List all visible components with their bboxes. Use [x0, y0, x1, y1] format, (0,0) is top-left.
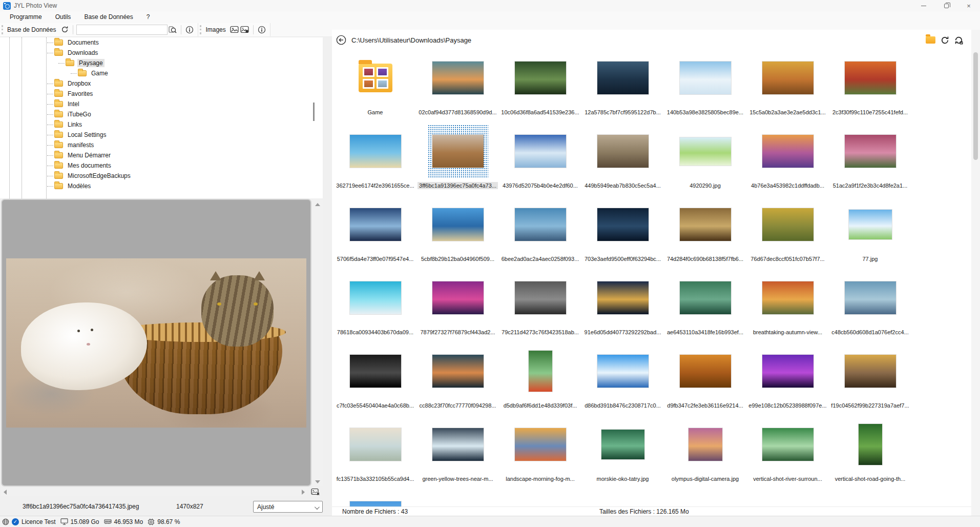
thumbnail-grid: Game02c0af94d377d81368590d9d...10c06d36f… — [334, 51, 913, 506]
tree-item-links[interactable]: Links — [0, 119, 323, 130]
preview-photo-cats-in-basket[interactable] — [6, 258, 306, 428]
database-info-button[interactable] — [184, 25, 195, 35]
file-cell[interactable]: 362719ee6174f2e3961655ce... — [334, 125, 416, 198]
menu-help[interactable]: ? — [141, 12, 156, 22]
file-cell[interactable]: 7879f27327f76879cf443ad2... — [416, 271, 499, 344]
file-cell[interactable]: 6bee2ad0ac2a4aec0258f093... — [499, 198, 581, 271]
file-cell[interactable]: 5cbf8b29b12ba0d4960f509... — [416, 198, 499, 271]
tree-scrollbar[interactable] — [313, 103, 315, 121]
tree-item-paysage[interactable]: Paysage — [0, 58, 323, 68]
file-cell[interactable]: 3ff6bc1a91396ec75a0fc4a73... — [416, 125, 499, 198]
folder-icon — [54, 163, 63, 169]
zoom-mode-select[interactable]: Ajusté — [253, 501, 323, 513]
tree-item-menu-d-marrer[interactable]: Menu Démarrer — [0, 150, 323, 160]
tree-item-microsoftedgebackups[interactable]: MicrosoftEdgeBackups — [0, 171, 323, 181]
file-cell[interactable]: 449b5949eab7b830c5ec5a4... — [581, 125, 664, 198]
image-thumbnail — [680, 137, 731, 166]
file-cell[interactable]: morskie-oko-tatry.jpg — [581, 418, 664, 491]
tree-item-favorites[interactable]: Favorites — [0, 89, 323, 99]
file-cell[interactable] — [334, 491, 416, 506]
file-cell[interactable]: 2c3f30f99c110e7255c41fefd... — [829, 51, 911, 125]
folder-icon — [54, 91, 63, 97]
file-cell[interactable]: landscape-morning-fog-m... — [499, 418, 581, 491]
tree-item-manifests[interactable]: manifests — [0, 140, 323, 150]
file-cell[interactable]: c7fc03e55450404ae4a0c68b... — [334, 344, 416, 418]
file-cell[interactable]: 140b53a98e3825805bec89e... — [664, 51, 746, 125]
file-cell[interactable]: 74d284f0c690b68138f5f7fb6... — [664, 198, 746, 271]
file-cell[interactable]: c48cb560d608d1a076ef2cc4... — [829, 271, 911, 344]
file-cell[interactable]: 79c211d4273c76f3423518ab... — [499, 271, 581, 344]
tree-item-mod-les[interactable]: Modèles — [0, 181, 323, 191]
file-cell[interactable]: breathtaking-autumn-view... — [746, 271, 829, 344]
preview-vertical-scrollbar[interactable] — [312, 200, 323, 487]
toolbar-grip[interactable] — [200, 25, 202, 34]
refresh-button[interactable] — [941, 36, 949, 45]
file-cell[interactable]: 12a5785c7bf7cf9595122d7b... — [581, 51, 664, 125]
file-cell[interactable]: 77.jpg — [829, 198, 911, 271]
tree-item-local-settings[interactable]: Local Settings — [0, 130, 323, 140]
file-cell[interactable]: 4920290.jpg — [664, 125, 746, 198]
preview-horizontal-scrollbar[interactable] — [1, 488, 307, 496]
tree-item-documents[interactable]: Documents — [0, 37, 323, 48]
close-button[interactable]: × — [957, 0, 980, 11]
folder-icon — [54, 111, 63, 117]
tree-item-itubego[interactable]: iTubeGo — [0, 109, 323, 119]
browser-vertical-scrollbar[interactable] — [971, 30, 980, 516]
images-info-button[interactable] — [257, 25, 267, 35]
close-preview-button[interactable] — [309, 487, 321, 497]
image-single-button[interactable] — [230, 25, 240, 35]
menu-programme[interactable]: Programme — [4, 12, 48, 22]
folder-cell-game[interactable]: Game — [334, 51, 416, 125]
menu-outils[interactable]: Outils — [50, 12, 77, 22]
maximize-button[interactable] — [935, 0, 957, 11]
image-thumbnail — [597, 355, 649, 388]
file-cell[interactable]: 703e3aefd9500eff0f63294bc... — [581, 198, 664, 271]
browser-scrollbar-thumb[interactable] — [973, 52, 978, 160]
scroll-down-arrow[interactable] — [315, 480, 320, 483]
file-cell[interactable]: d86bd391b8476c2308717c0... — [581, 344, 664, 418]
database-search-input[interactable] — [76, 25, 168, 35]
tree-item-mes-documents[interactable]: Mes documents — [0, 160, 323, 171]
scroll-up-arrow[interactable] — [315, 203, 320, 206]
search-icon[interactable] — [168, 25, 178, 35]
file-cell[interactable]: 91e6d05dd40773292292bad... — [581, 271, 664, 344]
tree-item-intel[interactable]: Intel — [0, 99, 323, 109]
folder-icon — [54, 183, 63, 189]
tree-item-game[interactable]: Game — [0, 68, 323, 78]
file-cell[interactable]: vertical-shot-road-going-th... — [829, 418, 911, 491]
file-cell[interactable]: 5706f5da4e73ff0e07f9547e4... — [334, 198, 416, 271]
file-cell[interactable]: 15c5a0b2a3ae3e2ae5dd3c1... — [746, 51, 829, 125]
tree-item-downloads[interactable]: Downloads — [0, 48, 323, 58]
file-name: ae6453110a3418fe16b993ef... — [665, 329, 745, 336]
minimize-button[interactable] — [912, 0, 935, 11]
license-label: Licence Test — [22, 518, 56, 525]
file-cell[interactable]: cc88c23f70fcc77770f094298... — [416, 344, 499, 418]
file-cell[interactable]: green-yellow-trees-near-m... — [416, 418, 499, 491]
scroll-right-arrow[interactable] — [302, 490, 305, 495]
menu-base-de-donnees[interactable]: Base de Données — [78, 12, 138, 22]
file-cell[interactable]: ae6453110a3418fe16b993ef... — [664, 271, 746, 344]
database-refresh-button[interactable] — [59, 25, 70, 35]
tree-item-dropbox[interactable]: Dropbox — [0, 78, 323, 89]
file-cell[interactable]: f19c04562f99b227319a7aef7... — [829, 344, 911, 418]
file-cell[interactable]: 76d67dec8ccf051fc07b57f7... — [746, 198, 829, 271]
tabby-cat-graphic — [201, 275, 274, 347]
refresh-database-button[interactable] — [954, 36, 963, 45]
file-cell[interactable]: 51ac2a9f1f2e3b3c4d8fe2a1... — [829, 125, 911, 198]
file-cell[interactable]: d9fb347c2fe3eb36116e9214... — [664, 344, 746, 418]
file-cell[interactable]: 78618ca00934403b670da09... — [334, 271, 416, 344]
scroll-left-arrow[interactable] — [4, 490, 7, 495]
file-cell[interactable]: 43976d52075b4b0e4e2df60... — [499, 125, 581, 198]
file-cell[interactable]: e99e108c12b05238988f097e... — [746, 344, 829, 418]
back-button[interactable] — [336, 35, 346, 45]
file-cell[interactable]: olympus-digital-camera.jpg — [664, 418, 746, 491]
file-cell[interactable]: vertical-shot-river-surroun... — [746, 418, 829, 491]
file-cell[interactable]: 4b76e3a453982c1ddffdadb... — [746, 125, 829, 198]
toolbar-grip[interactable] — [2, 25, 4, 34]
file-cell[interactable]: 02c0af94d377d81368590d9d... — [416, 51, 499, 125]
image-multiple-button[interactable] — [240, 25, 250, 35]
file-cell[interactable]: 10c06d36f8a6ad541539e236... — [499, 51, 581, 125]
file-cell[interactable]: d5db9af6f6dd1e48d339f03f... — [499, 344, 581, 418]
open-folder-button[interactable] — [926, 36, 935, 44]
file-cell[interactable]: fc13571b3a332105b55ca9d4... — [334, 418, 416, 491]
